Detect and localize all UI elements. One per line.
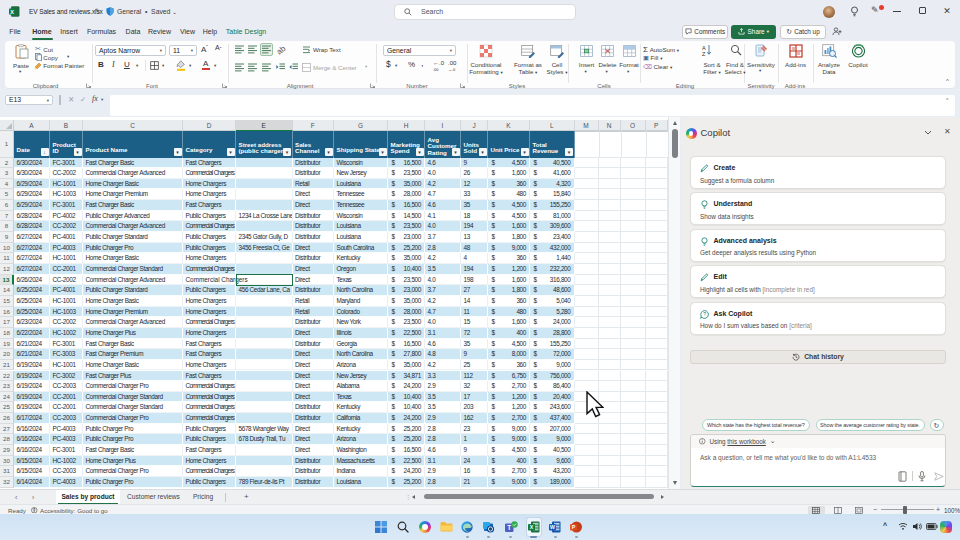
svg-text:W: W bbox=[550, 524, 555, 530]
svg-text:?: ? bbox=[703, 311, 706, 317]
svg-text:ab: ab bbox=[277, 45, 288, 55]
svg-text:X: X bbox=[10, 9, 14, 15]
svg-text:T: T bbox=[507, 524, 511, 531]
svg-text:X: X bbox=[530, 524, 534, 530]
svg-text:A: A bbox=[702, 45, 706, 51]
svg-text:Z: Z bbox=[702, 51, 706, 57]
svg-text:P: P bbox=[572, 524, 576, 530]
